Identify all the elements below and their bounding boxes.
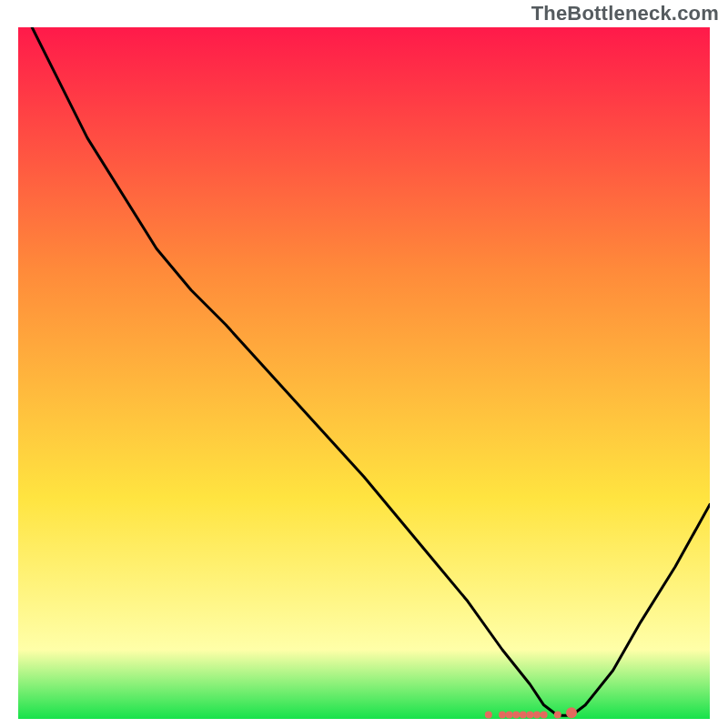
plot-svg (18, 27, 710, 719)
baseline-marker (485, 711, 492, 718)
baseline-marker (520, 711, 527, 718)
background-gradient (18, 27, 710, 719)
watermark-text: TheBottleneck.com (531, 2, 719, 25)
plot-area (18, 27, 710, 719)
baseline-marker (533, 711, 541, 718)
baseline-marker (566, 707, 577, 718)
baseline-marker (506, 711, 513, 718)
baseline-marker (526, 711, 533, 718)
baseline-marker (499, 711, 506, 718)
chart-root: TheBottleneck.com (0, 0, 728, 728)
baseline-marker (541, 711, 548, 718)
baseline-marker (512, 711, 520, 718)
baseline-marker (554, 711, 561, 718)
